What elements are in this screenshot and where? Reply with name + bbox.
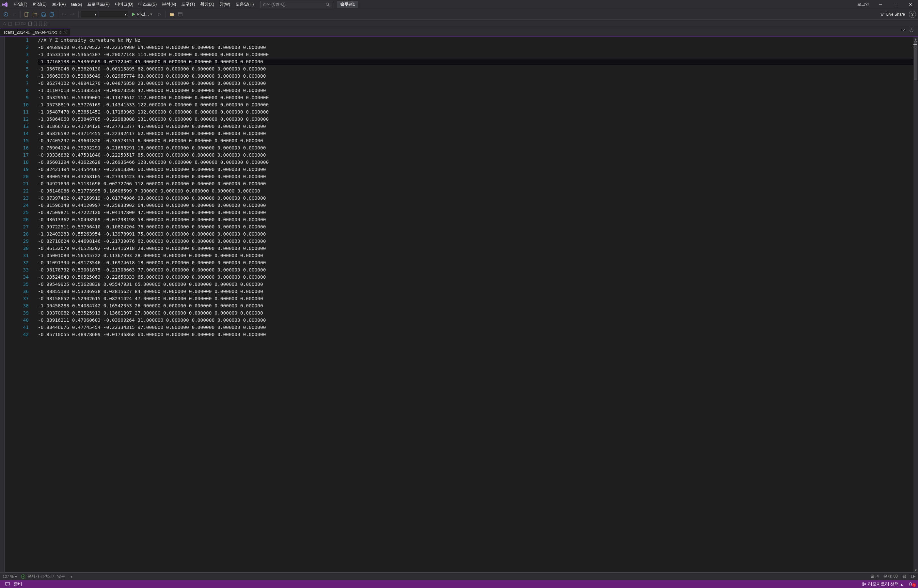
line-ending-indicator[interactable]: LF <box>911 574 915 579</box>
pin-tab-icon[interactable] <box>59 31 62 34</box>
menu-item-0[interactable]: 파일(F) <box>11 0 30 9</box>
code-line[interactable]: -0.99370062 0.53525913 0.13681397 27.000… <box>38 309 918 317</box>
account-avatar-button[interactable] <box>909 11 916 18</box>
close-button[interactable] <box>903 0 918 9</box>
show-all-button[interactable] <box>176 10 184 18</box>
code-line[interactable]: -0.81866735 0.41734126 -0.27731377 45.00… <box>38 123 918 130</box>
code-line[interactable]: -1.05864060 0.53846705 -0.22988088 131.0… <box>38 116 918 123</box>
menu-item-2[interactable]: 보기(V) <box>49 0 68 9</box>
code-line[interactable]: -0.82710624 0.44698146 -0.21739076 62.00… <box>38 237 918 245</box>
code-line[interactable]: -1.05738819 0.53776169 -0.14341533 122.0… <box>38 101 918 108</box>
feedback-button[interactable] <box>3 582 12 586</box>
code-line[interactable]: -0.96274102 0.48941270 -0.04876858 23.00… <box>38 80 918 87</box>
cursor-col-indicator[interactable]: 문자: 80 <box>883 573 898 579</box>
code-line[interactable]: -0.93336862 0.47531840 -0.22259517 85.00… <box>38 152 918 158</box>
code-line[interactable]: -0.98855180 0.53236938 0.02815627 84.000… <box>38 288 918 295</box>
code-line[interactable]: -0.99722511 0.53756410 -0.10824204 76.00… <box>38 223 918 230</box>
menu-item-9[interactable]: 확장(X) <box>198 0 217 9</box>
undo-button[interactable] <box>60 10 68 18</box>
open-file-button[interactable] <box>31 10 39 18</box>
code-line[interactable]: -0.87397462 0.47159919 -0.01774986 93.00… <box>38 194 918 202</box>
code-line[interactable]: //X Y Z intensity curvature Nx Ny Nz <box>38 37 918 44</box>
code-line[interactable]: -0.80005789 0.43268105 -0.27394423 35.00… <box>38 173 918 180</box>
bookmark-toggle-button[interactable] <box>28 21 32 26</box>
menu-item-5[interactable]: 디버그(D) <box>112 0 136 9</box>
bookmark-next-button[interactable] <box>39 21 42 26</box>
code-line[interactable]: -1.07168138 0.54369569 0.02722402 45.000… <box>38 58 918 65</box>
zoom-level-button[interactable]: 127 % ▾ <box>3 574 17 579</box>
start-debug-button[interactable]: 연결... ▾ <box>129 10 155 18</box>
code-line[interactable]: -1.01107013 0.51385534 -0.08073258 42.00… <box>38 87 918 94</box>
code-line[interactable]: -0.94921690 0.51131696 0.00272706 112.00… <box>38 180 918 187</box>
text-editor[interactable]: 1234567891011121314151617181920212223242… <box>5 37 918 572</box>
cursor-line-indicator[interactable]: 줄: 4 <box>871 573 879 579</box>
code-line[interactable]: -1.05487478 0.53651452 -0.17169963 102.0… <box>38 108 918 116</box>
toggle-outline-button[interactable] <box>8 21 12 26</box>
code-line[interactable]: -0.85826582 0.43714455 -0.22392417 62.00… <box>38 130 918 137</box>
code-line[interactable]: -0.86132079 0.46528292 -0.13416918 28.00… <box>38 245 918 252</box>
minimize-button[interactable] <box>873 0 888 9</box>
menu-item-6[interactable]: 테스트(S) <box>136 0 159 9</box>
issues-indicator[interactable]: 문제가 검색되지 않음 <box>21 573 65 579</box>
code-line[interactable]: -0.99549925 0.53628838 0.05547931 65.000… <box>38 281 918 288</box>
code-line[interactable]: -1.05678046 0.53620130 -0.00115895 62.00… <box>38 65 918 73</box>
code-line[interactable]: -0.94689900 0.45370522 -0.22354980 64.00… <box>38 44 918 51</box>
menu-item-4[interactable]: 프로젝트(P) <box>84 0 112 9</box>
code-line[interactable]: -1.05533159 0.53654307 -0.20077148 114.0… <box>38 51 918 58</box>
code-line[interactable]: -0.87509871 0.47222120 -0.04147800 47.00… <box>38 209 918 216</box>
code-line[interactable]: -0.76904124 0.39202291 -0.21656291 18.00… <box>38 144 918 152</box>
code-line[interactable]: -1.06063008 0.53885049 -0.02965774 69.00… <box>38 73 918 80</box>
comment-button[interactable] <box>15 22 19 26</box>
code-line[interactable]: -0.93524843 0.50525063 -0.22656333 65.00… <box>38 273 918 281</box>
notifications-button[interactable]: 1 <box>906 582 915 586</box>
code-content[interactable]: //X Y Z intensity curvature Nx Ny Nz-0.9… <box>32 37 918 572</box>
scroll-down-button[interactable]: ▾ <box>913 568 918 572</box>
indent-mode-indicator[interactable]: 탭 <box>902 573 906 579</box>
code-line[interactable]: -0.85601294 0.43622628 -0.26936466 128.0… <box>38 158 918 166</box>
code-line[interactable]: -1.02403283 0.55263954 -0.13978991 75.00… <box>38 230 918 237</box>
nav-back-button[interactable] <box>2 10 10 18</box>
code-line[interactable]: -1.00458288 0.54084742 0.16542353 26.000… <box>38 302 918 309</box>
active-files-dropdown-button[interactable] <box>902 28 909 36</box>
close-tab-icon[interactable] <box>64 31 67 34</box>
code-line[interactable]: -0.81596148 0.44120997 -0.25833902 64.00… <box>38 202 918 209</box>
code-line[interactable]: -0.83916211 0.47960603 -0.03909264 31.00… <box>38 317 918 324</box>
start-no-debug-button[interactable] <box>156 10 164 18</box>
horizontal-scrollbar[interactable]: ◂ <box>69 574 867 579</box>
code-line[interactable]: -1.05329561 0.53499001 -0.11479612 112.0… <box>38 94 918 101</box>
live-share-button[interactable]: Live Share <box>878 12 907 17</box>
code-line[interactable]: -0.91091394 0.49173546 -0.16974618 18.00… <box>38 259 918 266</box>
code-line[interactable]: -0.96148086 0.51773995 0.18606599 7.0000… <box>38 187 918 194</box>
tab-settings-button[interactable] <box>910 28 917 36</box>
nav-forward-button[interactable] <box>10 10 18 18</box>
save-button[interactable] <box>39 10 47 18</box>
bookmark-clear-button[interactable] <box>44 21 48 26</box>
code-line[interactable]: -0.85710055 0.48978609 -0.01736868 60.00… <box>38 331 918 338</box>
code-line[interactable]: -0.98158652 0.52902615 0.08231424 47.000… <box>38 295 918 302</box>
code-line[interactable]: -1.05001080 0.56545722 0.11367393 28.000… <box>38 252 918 259</box>
menu-item-8[interactable]: 도구(T) <box>178 0 198 9</box>
code-line[interactable]: -0.93613362 0.50498569 -0.07298198 58.00… <box>38 216 918 223</box>
code-line[interactable]: -0.98178732 0.53001875 -0.21308663 77.00… <box>38 266 918 273</box>
toggle-track-changes-button[interactable] <box>2 21 6 26</box>
browse-folder-button[interactable] <box>168 10 176 18</box>
code-line[interactable]: -0.97405297 0.49601820 -0.36573151 6.000… <box>38 137 918 144</box>
code-line[interactable]: -0.83446676 0.47745454 -0.22334315 97.00… <box>38 324 918 331</box>
menu-item-11[interactable]: 도움말(H) <box>233 0 256 9</box>
solution-selector[interactable]: 솔루션1 <box>337 1 358 8</box>
menu-item-1[interactable]: 편집(E) <box>30 0 49 9</box>
global-search[interactable]: 검색 (Ctrl+Q) <box>261 1 332 8</box>
code-line[interactable]: -0.82421494 0.44544667 -0.23913306 60.00… <box>38 166 918 173</box>
document-tab[interactable]: scans_2024-0..._09-34-43.txt <box>0 28 70 36</box>
bookmark-prev-button[interactable] <box>33 21 37 26</box>
solution-platform-combo[interactable]: ▾ <box>99 11 128 18</box>
redo-button[interactable] <box>68 10 76 18</box>
vertical-scrollbar[interactable]: ▴ ▾ <box>913 37 918 572</box>
save-all-button[interactable] <box>48 10 56 18</box>
hscroll-left-button[interactable]: ◂ <box>69 574 73 579</box>
repo-select-button[interactable]: 리포지토리 선택 ▴ <box>860 582 905 587</box>
maximize-button[interactable] <box>888 0 903 9</box>
menu-item-3[interactable]: Git(G) <box>68 0 84 9</box>
new-item-button[interactable] <box>23 10 30 18</box>
solution-config-combo[interactable]: ▾ <box>81 11 98 18</box>
